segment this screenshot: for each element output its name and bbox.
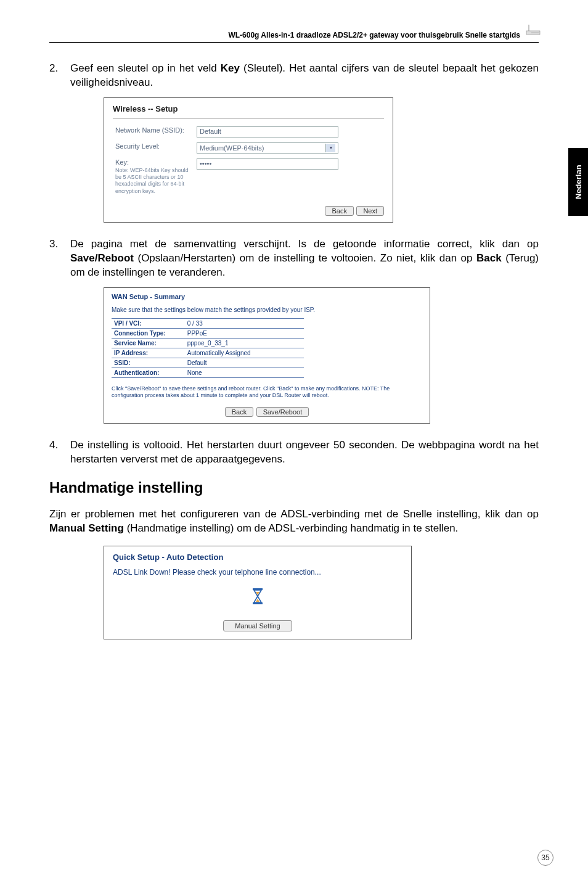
back-button[interactable]: Back — [325, 206, 353, 216]
step-2-a: Geef een sleutel op in het veld — [70, 62, 221, 74]
table-row: VPI / VCI:0 / 33 — [112, 318, 304, 328]
chevron-down-icon: ▾ — [325, 144, 335, 152]
step-3-num: 3. — [49, 237, 70, 280]
step-2-bold: Key — [221, 62, 240, 74]
fig1-sec-select[interactable]: Medium(WEP-64bits) ▾ — [197, 142, 338, 154]
fig2-note: Click "Save/Reboot" to save these settin… — [112, 385, 422, 400]
table-row: SSID:Default — [112, 358, 304, 368]
step-4-text: De instelling is voltooid. Het herstarte… — [70, 438, 539, 467]
fig1-key-note: Note: WEP-64bits Key should be 5 ASCII c… — [115, 167, 192, 195]
fig2-subtitle: Make sure that the settings below match … — [112, 306, 422, 313]
step-3-bold2: Back — [476, 252, 502, 264]
back-button[interactable]: Back — [225, 407, 253, 417]
fig2-title: WAN Setup - Summary — [112, 293, 422, 300]
table-row: Authentication:None — [112, 368, 304, 377]
manual-setting-button[interactable]: Manual Setting — [223, 620, 292, 631]
fig2-v0: 0 / 33 — [185, 318, 304, 328]
fig1-ssid-label: Network Name (SSID): — [113, 124, 194, 140]
fig1-sec-label: Security Level: — [113, 140, 194, 156]
table-row: IP Address:Automatically Assigned — [112, 348, 304, 358]
fig1-sec-value: Medium(WEP-64bits) — [200, 144, 264, 152]
page-header-title: WL-600g Alles-in-1 draadloze ADSL2/2+ ga… — [49, 31, 539, 39]
language-tab: Nederlan — [568, 148, 588, 216]
fig2-k5: Authentication: — [112, 368, 185, 377]
fig2-v2: pppoe_0_33_1 — [185, 338, 304, 348]
para-manual-b: (Handmatige instelling) om de ADSL-verbi… — [124, 522, 458, 534]
fig3-title: Quick Setup - Auto Detection — [113, 552, 402, 562]
table-row: Connection Type:PPPoE — [112, 328, 304, 338]
step-2-text: Geef een sleutel op in het veld Key (Sle… — [70, 62, 539, 90]
step-3-b: (Opslaan/Herstarten) om de instelling te… — [134, 252, 476, 264]
fig2-k0: VPI / VCI: — [112, 318, 185, 328]
fig2-v4: Default — [185, 358, 304, 368]
fig2-k1: Connection Type: — [112, 328, 185, 338]
router-icon — [525, 22, 542, 37]
step-3-bold1: Save/Reboot — [70, 252, 134, 264]
fig2-k2: Service Name: — [112, 338, 185, 348]
fig2-k4: SSID: — [112, 358, 185, 368]
para-manual-a: Zijn er problemen met het configureren v… — [49, 508, 539, 520]
step-3: 3. De pagina met de samenvatting verschi… — [49, 237, 539, 280]
step-4-num: 4. — [49, 438, 70, 467]
next-button[interactable]: Next — [356, 206, 384, 216]
fig1-title: Wireless -- Setup — [113, 104, 384, 113]
page-header-rule: WL-600g Alles-in-1 draadloze ADSL2/2+ ga… — [49, 31, 539, 43]
table-row: Service Name:pppoe_0_33_1 — [112, 338, 304, 348]
figure-wireless-setup: Wireless -- Setup Network Name (SSID): D… — [104, 97, 393, 223]
fig2-v3: Automatically Assigned — [185, 348, 304, 358]
fig2-v1: PPPoE — [185, 328, 304, 338]
save-reboot-button[interactable]: Save/Reboot — [256, 407, 309, 417]
fig1-ssid-input[interactable]: Default — [197, 126, 338, 138]
fig2-v5: None — [185, 368, 304, 377]
figure-quick-setup: Quick Setup - Auto Detection ADSL Link D… — [104, 546, 412, 639]
fig2-k3: IP Address: — [112, 348, 185, 358]
fig3-message: ADSL Link Down! Please check your telpho… — [113, 568, 402, 577]
step-2: 2. Geef een sleutel op in het veld Key (… — [49, 62, 539, 90]
step-2-num: 2. — [49, 62, 70, 90]
step-3-text: De pagina met de samenvatting verschijnt… — [70, 237, 539, 280]
hourglass-icon — [113, 588, 402, 607]
figure-wan-summary: WAN Setup - Summary Make sure that the s… — [104, 287, 430, 424]
fig1-separator — [113, 118, 384, 119]
fig1-key-label: Key: — [115, 158, 129, 166]
fig1-key-input[interactable]: ••••• — [197, 158, 338, 170]
para-manual-bold: Manual Setting — [49, 522, 124, 534]
step-4: 4. De instelling is voltooid. Het hersta… — [49, 438, 539, 467]
heading-manual-setting: Handmatige instelling — [49, 479, 539, 496]
page-number: 35 — [537, 850, 553, 866]
step-3-a: De pagina met de samenvatting verschijnt… — [70, 238, 539, 250]
paragraph-manual: Zijn er problemen met het configureren v… — [49, 507, 539, 536]
fig2-table: VPI / VCI:0 / 33 Connection Type:PPPoE S… — [112, 318, 304, 378]
